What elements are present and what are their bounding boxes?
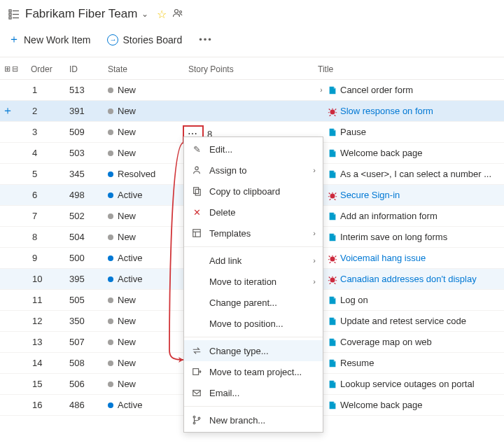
collapse-all-icon[interactable]: ⊟ xyxy=(12,64,18,74)
cell-id: 505 xyxy=(69,295,108,305)
bug-icon xyxy=(328,106,337,116)
cell-title[interactable]: Voicemail hang issue xyxy=(318,253,500,263)
user-story-icon xyxy=(328,232,337,242)
menu-assign-to[interactable]: Assign to › xyxy=(184,160,323,181)
state-dot-icon xyxy=(108,340,113,345)
menu-move-iteration[interactable]: Move to iteration › xyxy=(184,271,323,292)
cell-state: New xyxy=(108,379,188,389)
table-header: ⊞ ⊟ Order ID State Story Points Title xyxy=(0,57,504,80)
table-row[interactable]: 1513New›Cancel order form xyxy=(0,80,504,101)
cell-id: 503 xyxy=(69,148,108,158)
svg-point-12 xyxy=(195,167,198,169)
cell-order: 3 xyxy=(31,127,69,137)
cell-order: 2 xyxy=(31,106,69,116)
more-actions-icon[interactable]: ••• xyxy=(199,34,213,45)
svg-rect-13 xyxy=(194,188,199,194)
stories-board-button[interactable]: → Stories Board xyxy=(107,34,182,46)
stories-board-label: Stories Board xyxy=(122,34,182,46)
menu-move-position[interactable]: Move to position... xyxy=(184,313,323,334)
menu-new-branch[interactable]: New branch... xyxy=(184,410,323,430)
page-title: Fabrikam Fiber Team xyxy=(25,7,137,21)
cell-order: 11 xyxy=(31,295,69,305)
menu-copy[interactable]: Copy to clipboard xyxy=(184,181,323,202)
expand-chevron-icon[interactable]: › xyxy=(318,86,325,94)
menu-add-link[interactable]: Add link › xyxy=(184,250,323,271)
cell-title: ›As a <user>, I can select a number ... xyxy=(318,169,500,179)
menu-separator xyxy=(184,246,323,247)
cell-state: New xyxy=(108,85,188,95)
work-item-title: Lookup service outages on portal xyxy=(340,379,475,389)
context-menu: ✎ Edit... Assign to › Copy to clipboard … xyxy=(183,136,323,433)
cell-title[interactable]: Slow response on form xyxy=(318,106,500,116)
state-dot-icon xyxy=(108,382,113,387)
cell-id: 502 xyxy=(69,211,108,221)
cell-title[interactable]: ›Secure Sign-in xyxy=(318,190,500,200)
cell-order: 14 xyxy=(31,358,69,368)
cell-state: Active xyxy=(108,400,188,410)
work-item-title: Welcome back page xyxy=(340,148,423,158)
svg-rect-15 xyxy=(193,230,201,237)
col-order[interactable]: Order xyxy=(31,64,69,74)
menu-templates[interactable]: Templates › xyxy=(184,223,323,244)
user-story-icon xyxy=(328,379,337,389)
menu-change-parent[interactable]: Change parent... xyxy=(184,292,323,313)
work-item-title: Slow response on form xyxy=(340,106,433,116)
svg-point-10 xyxy=(330,256,335,261)
menu-email[interactable]: Email... xyxy=(184,382,323,403)
col-id[interactable]: ID xyxy=(69,64,108,74)
menu-new-branch-label: New branch... xyxy=(209,415,265,426)
menu-move-team-label: Move to team project... xyxy=(209,367,302,377)
menu-copy-label: Copy to clipboard xyxy=(209,186,280,197)
cell-order: 9 xyxy=(31,253,69,263)
new-work-item-label: New Work Item xyxy=(24,34,90,46)
mail-icon xyxy=(191,387,202,398)
menu-change-type[interactable]: Change type... xyxy=(184,340,323,361)
svg-point-21 xyxy=(193,422,195,424)
blank-icon xyxy=(191,318,202,329)
work-item-title: As a <user>, I can select a number ... xyxy=(340,169,491,179)
blank-icon xyxy=(191,297,202,308)
svg-point-7 xyxy=(180,10,182,13)
menu-assign-label: Assign to xyxy=(209,165,246,176)
cell-state: Active xyxy=(108,274,188,284)
col-state[interactable]: State xyxy=(108,64,188,74)
expand-all-icon[interactable]: ⊞ xyxy=(4,64,10,74)
state-dot-icon xyxy=(108,172,113,177)
cell-title[interactable]: Canadian addresses don't display xyxy=(318,274,500,284)
cell-order: 16 xyxy=(31,400,69,410)
new-work-item-button[interactable]: ＋ New Work Item xyxy=(8,32,90,47)
chevron-down-icon[interactable]: ⌄ xyxy=(141,9,148,19)
cell-title: Welcome back page xyxy=(318,400,500,410)
menu-move-team-project[interactable]: Move to team project... xyxy=(184,361,323,382)
state-dot-icon xyxy=(108,360,113,366)
work-item-title: Secure Sign-in xyxy=(340,190,400,200)
cell-order: 8 xyxy=(31,232,69,242)
cell-title: Add an information form xyxy=(318,211,500,221)
chevron-right-icon: › xyxy=(313,229,316,237)
branch-icon xyxy=(191,414,202,426)
work-item-title: Coverage map on web xyxy=(340,337,432,347)
state-dot-icon xyxy=(108,130,113,135)
menu-email-label: Email... xyxy=(209,388,239,398)
person-icon xyxy=(191,164,202,176)
menu-delete[interactable]: ✕ Delete xyxy=(184,202,323,223)
cell-state: New xyxy=(108,358,188,368)
col-title[interactable]: Title xyxy=(318,64,500,74)
people-icon[interactable] xyxy=(172,8,183,21)
cell-order: 4 xyxy=(31,148,69,158)
table-row[interactable]: ＋2391NewSlow response on form xyxy=(0,101,504,122)
star-icon[interactable]: ☆ xyxy=(157,8,167,21)
work-item-title: Canadian addresses don't display xyxy=(340,274,477,284)
add-row-icon[interactable]: ＋ xyxy=(0,104,15,118)
svg-rect-0 xyxy=(9,10,11,12)
col-story-points[interactable]: Story Points xyxy=(188,64,318,74)
user-story-icon xyxy=(328,85,337,95)
cell-title: Log on xyxy=(318,295,500,305)
cell-title: Pause xyxy=(318,127,500,137)
cell-title: Welcome back page xyxy=(318,148,500,158)
svg-point-22 xyxy=(198,417,200,419)
menu-edit[interactable]: ✎ Edit... xyxy=(184,139,323,160)
move-icon xyxy=(191,366,202,377)
state-dot-icon xyxy=(108,192,113,198)
user-story-icon xyxy=(328,337,337,347)
